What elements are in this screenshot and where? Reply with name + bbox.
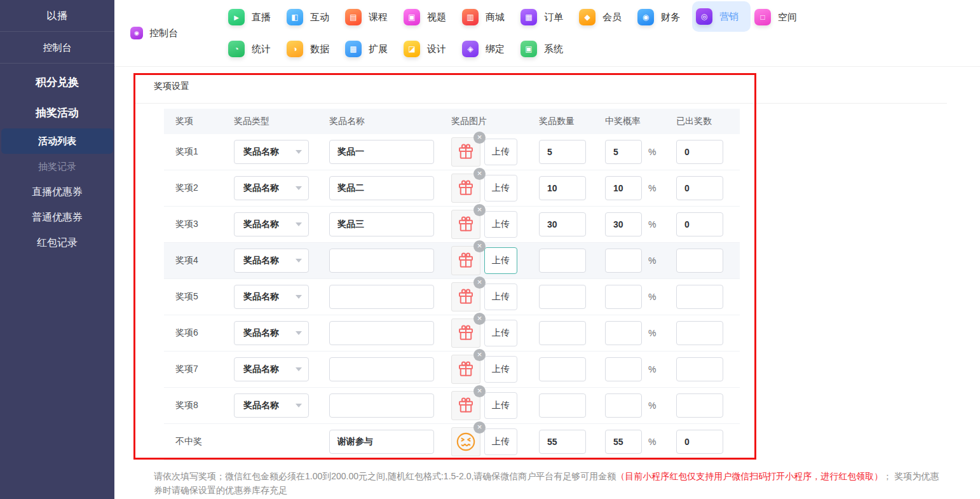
- prize-prob-input[interactable]: [605, 357, 642, 381]
- prize-image[interactable]: ×: [451, 174, 480, 203]
- prize-prob-input[interactable]: [605, 140, 642, 164]
- close-icon[interactable]: ×: [473, 168, 486, 180]
- prize-qty-input[interactable]: [539, 430, 586, 454]
- sidebar-item-live-coupon[interactable]: 直播优惠券: [0, 179, 114, 205]
- upload-button[interactable]: 上传: [484, 356, 517, 383]
- close-icon[interactable]: ×: [473, 349, 486, 361]
- sidebar-item-redpacket-records[interactable]: 红包记录: [0, 230, 114, 256]
- upload-button[interactable]: 上传: [484, 175, 517, 202]
- prize-type-select[interactable]: 奖品名称: [234, 249, 309, 273]
- prize-type-select[interactable]: 奖品名称: [234, 393, 309, 418]
- app-order[interactable]: 订单: [517, 1, 575, 33]
- prize-count-input[interactable]: [676, 430, 723, 454]
- prize-image[interactable]: ×: [451, 318, 480, 348]
- prize-prob-input[interactable]: [605, 212, 642, 236]
- table-row: 奖项1 奖品名称 × 上传 %: [164, 134, 740, 170]
- close-icon[interactable]: ×: [473, 132, 486, 144]
- prize-count-input[interactable]: [676, 176, 723, 200]
- app-mall[interactable]: 商城: [458, 1, 517, 33]
- upload-button[interactable]: 上传: [484, 247, 517, 274]
- prize-prob-input[interactable]: [605, 285, 642, 309]
- prize-count-input[interactable]: [676, 212, 723, 236]
- prize-prob-input[interactable]: [605, 430, 642, 454]
- prize-qty-input[interactable]: [539, 285, 586, 309]
- sidebar-item-console[interactable]: 控制台: [0, 32, 114, 64]
- app-member[interactable]: 会员: [575, 1, 634, 33]
- prize-image[interactable]: ×: [451, 246, 480, 275]
- console-entry[interactable]: 控制台: [130, 27, 213, 39]
- prize-count-input[interactable]: [676, 357, 723, 381]
- sidebar-item-activity-list[interactable]: 活动列表: [1, 128, 113, 154]
- prize-name-input[interactable]: [329, 357, 434, 381]
- app-system[interactable]: 系统: [517, 33, 575, 65]
- sidebar-item-points-exchange[interactable]: 积分兑换: [0, 67, 114, 98]
- app-extension[interactable]: 扩展: [341, 33, 400, 65]
- gift-icon: [456, 360, 475, 379]
- prize-label: 奖项2: [175, 182, 198, 194]
- prize-prob-input[interactable]: [605, 321, 642, 345]
- prize-image[interactable]: ×: [451, 391, 480, 420]
- prize-qty-input[interactable]: [539, 176, 586, 200]
- prize-name-input[interactable]: [329, 140, 434, 164]
- prize-qty-input[interactable]: [539, 393, 586, 418]
- prize-name-input[interactable]: [329, 321, 434, 345]
- close-icon[interactable]: ×: [473, 277, 486, 289]
- prize-type-select[interactable]: 奖品名称: [234, 212, 309, 236]
- prize-count-input[interactable]: [676, 393, 723, 418]
- prize-qty-input[interactable]: [539, 321, 586, 345]
- upload-button[interactable]: 上传: [484, 284, 517, 310]
- app-interact[interactable]: 互动: [283, 1, 341, 33]
- close-icon[interactable]: ×: [473, 385, 486, 397]
- close-icon[interactable]: ×: [473, 204, 486, 216]
- prize-prob-input[interactable]: [605, 249, 642, 273]
- app-live[interactable]: 直播: [224, 1, 283, 33]
- app-design[interactable]: 设计: [400, 33, 458, 65]
- prize-qty-input[interactable]: [539, 357, 586, 381]
- prize-qty-input[interactable]: [539, 140, 586, 164]
- sidebar-item-lottery-activity[interactable]: 抽奖活动: [0, 98, 114, 128]
- upload-button[interactable]: 上传: [484, 211, 517, 238]
- prize-type-select[interactable]: 奖品名称: [234, 321, 309, 345]
- prize-name-input[interactable]: [329, 285, 434, 309]
- prize-qty-input[interactable]: [539, 212, 586, 236]
- prize-name-input[interactable]: [329, 212, 434, 236]
- upload-button[interactable]: 上传: [484, 320, 517, 346]
- app-space[interactable]: 空间: [751, 1, 809, 33]
- prize-name-input[interactable]: [329, 249, 434, 273]
- app-marketing[interactable]: 营销: [692, 1, 751, 32]
- prize-count-input[interactable]: [676, 140, 723, 164]
- close-icon[interactable]: ×: [473, 313, 486, 325]
- prize-prob-input[interactable]: [605, 393, 642, 418]
- prize-name-input[interactable]: [329, 176, 434, 200]
- app-stats[interactable]: 统计: [224, 33, 283, 65]
- prize-image[interactable]: ×: [451, 282, 480, 311]
- app-bind[interactable]: 绑定: [458, 33, 517, 65]
- prize-image[interactable]: ×: [451, 210, 480, 239]
- upload-button[interactable]: 上传: [484, 392, 517, 419]
- app-data[interactable]: 数据: [283, 33, 341, 65]
- prize-image[interactable]: ×: [451, 427, 480, 456]
- gift-icon: [456, 251, 475, 270]
- prize-type-select[interactable]: 奖品名称: [234, 176, 309, 200]
- prize-count-input[interactable]: [676, 249, 723, 273]
- app-video[interactable]: 视题: [400, 1, 458, 33]
- upload-button[interactable]: 上传: [484, 428, 517, 455]
- prize-name-input[interactable]: [329, 393, 434, 418]
- prize-image[interactable]: ×: [451, 137, 480, 167]
- prize-prob-input[interactable]: [605, 176, 642, 200]
- prize-type-select[interactable]: 奖品名称: [234, 357, 309, 381]
- close-icon[interactable]: ×: [473, 240, 486, 252]
- prize-count-input[interactable]: [676, 285, 723, 309]
- upload-button[interactable]: 上传: [484, 139, 517, 165]
- prize-count-input[interactable]: [676, 321, 723, 345]
- app-course[interactable]: 课程: [341, 1, 400, 33]
- prize-type-select[interactable]: 奖品名称: [234, 285, 309, 309]
- app-finance[interactable]: 财务: [634, 1, 692, 33]
- prize-qty-input[interactable]: [539, 249, 586, 273]
- prize-image[interactable]: ×: [451, 355, 480, 384]
- prize-name-input[interactable]: [329, 430, 434, 454]
- prize-type-select[interactable]: 奖品名称: [234, 140, 309, 164]
- sidebar-item-lottery-records[interactable]: 抽奖记录: [0, 154, 114, 179]
- sidebar-item-normal-coupon[interactable]: 普通优惠券: [0, 205, 114, 230]
- close-icon[interactable]: ×: [473, 421, 486, 434]
